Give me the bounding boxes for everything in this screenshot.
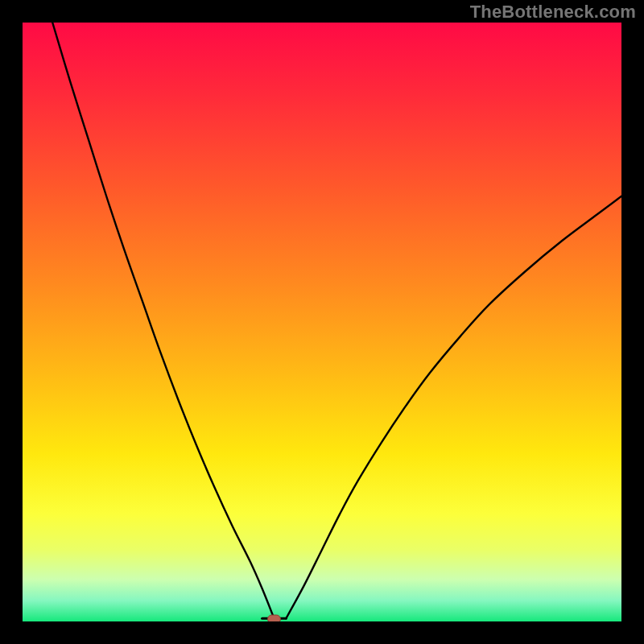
gradient-background	[23, 23, 621, 621]
watermark-label: TheBottleneck.com	[470, 2, 636, 23]
plot-area	[23, 23, 621, 621]
optimum-marker	[267, 615, 280, 621]
bottleneck-chart	[23, 23, 621, 621]
chart-frame: TheBottleneck.com	[0, 0, 644, 644]
